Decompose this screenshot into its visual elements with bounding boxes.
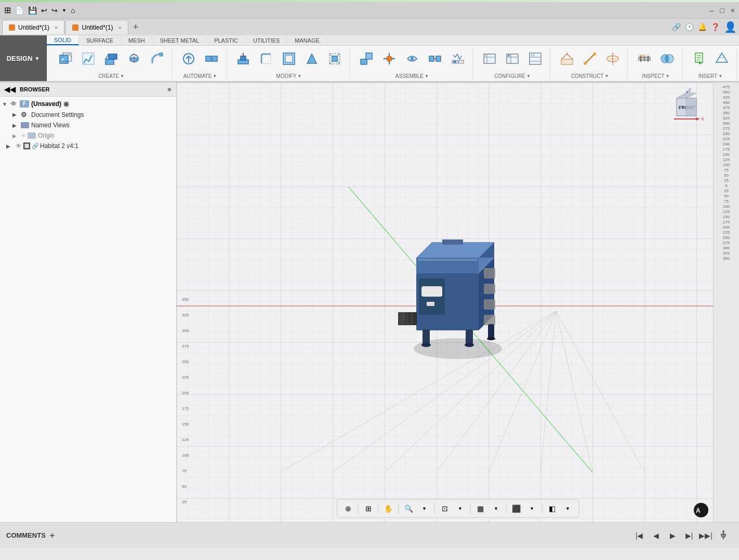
construct-btn-3[interactable]	[602, 48, 623, 70]
tab-plastic[interactable]: PLASTIC	[207, 35, 246, 45]
pan-button[interactable]: ✋	[382, 502, 395, 515]
extrude-button[interactable]	[101, 48, 122, 70]
construct-arrow-icon[interactable]: ▼	[604, 74, 609, 78]
motion-link-button[interactable]	[402, 48, 423, 70]
save-icon[interactable]: 💾	[28, 6, 37, 15]
new-component-button[interactable]: +	[55, 48, 76, 70]
grid-settings-button[interactable]: ▦	[474, 502, 487, 515]
doc-settings-expand-icon[interactable]: ▶	[12, 112, 21, 117]
origin-expand-icon[interactable]: ▶	[12, 133, 21, 139]
configure-arrow-icon[interactable]: ▼	[526, 74, 531, 78]
nav-next-button[interactable]: ▶|	[683, 529, 695, 542]
zoom-fit-dropdown-button[interactable]: ▼	[454, 502, 467, 515]
enable-contact-button[interactable]	[425, 48, 445, 70]
display-mode-dropdown-button[interactable]: ▼	[525, 502, 539, 515]
root-expand-icon[interactable]: ▼	[2, 101, 10, 107]
display-settings-button[interactable]: ⊞	[362, 502, 375, 515]
extension-icon[interactable]: 🔗	[672, 23, 681, 31]
tab-2[interactable]: Untitled*(1) ×	[65, 20, 128, 34]
origin-marker-button[interactable]: ⊕	[341, 502, 355, 515]
insert-derive-button[interactable]	[689, 48, 709, 70]
minimize-button[interactable]: –	[710, 6, 714, 15]
habitat-eye-icon[interactable]: 👁	[16, 142, 22, 150]
motion-study-button[interactable]	[447, 48, 468, 70]
tab-surface[interactable]: SURFACE	[79, 35, 121, 45]
shell-button[interactable]	[279, 48, 299, 70]
tree-root[interactable]: ▼ 👁 F (Unsaved) ◉	[0, 99, 176, 109]
tree-item-doc-settings[interactable]: ▶ ⚙ Document Settings	[0, 109, 176, 120]
help-icon[interactable]: ❓	[711, 23, 720, 31]
clock-icon[interactable]: 🕐	[685, 23, 694, 31]
tab-1[interactable]: Untitled*(1) ×	[2, 20, 64, 34]
construct-btn-1[interactable]	[557, 48, 577, 70]
apps-icon[interactable]: ⊞	[4, 5, 11, 15]
configure-btn-1[interactable]: T	[479, 48, 500, 70]
viewcube[interactable]: Z X FRONT	[666, 88, 708, 129]
draft-button[interactable]	[301, 48, 322, 70]
tab-manage[interactable]: MANAGE	[287, 35, 327, 45]
tree-item-named-views[interactable]: ▶ Named Views	[0, 120, 176, 130]
design-button[interactable]: DESIGN ▼	[0, 35, 47, 81]
automate-arrow-icon[interactable]: ▼	[213, 74, 217, 78]
joint-button[interactable]	[379, 48, 400, 70]
insert-arrow-icon[interactable]: ▼	[718, 74, 722, 78]
habitat-expand-icon[interactable]: ▶	[6, 143, 15, 149]
revolve-button[interactable]	[124, 48, 144, 70]
file-icon[interactable]: 📄	[15, 6, 24, 15]
nav-play-button[interactable]: ▶	[666, 529, 679, 542]
modify-arrow-icon[interactable]: ▼	[297, 74, 301, 78]
zoom-dropdown-button[interactable]: ▼	[418, 502, 431, 515]
named-views-expand-icon[interactable]: ▶	[12, 123, 21, 128]
tab-sheet-metal[interactable]: SHEET METAL	[153, 35, 207, 45]
root-status-icon[interactable]: ◉	[63, 100, 69, 108]
redo-icon[interactable]: ↪	[51, 6, 58, 15]
sweep-button[interactable]	[147, 48, 167, 70]
maximize-button[interactable]: □	[720, 6, 724, 15]
configure-btn-2[interactable]	[502, 48, 523, 70]
fillet-button[interactable]	[256, 48, 276, 70]
insert-mesh-button[interactable]	[711, 48, 732, 70]
tree-item-habitat[interactable]: ▶ 👁 🔲 🔗 Habitat 2 v4:1	[0, 141, 176, 151]
tab1-close[interactable]: ×	[55, 24, 58, 31]
root-eye-icon[interactable]: 👁	[10, 100, 20, 108]
browser-back-icon[interactable]: ◀◀	[4, 85, 16, 94]
display-mode-button[interactable]: ⬛	[510, 502, 523, 515]
tab2-close[interactable]: ×	[118, 24, 122, 31]
construct-btn-2[interactable]	[579, 48, 600, 70]
assemble-arrow-icon[interactable]: ▼	[425, 74, 429, 78]
assemble-btn-1[interactable]	[356, 48, 377, 70]
create-arrow-icon[interactable]: ▼	[120, 74, 124, 78]
zoom-fit-button[interactable]: ⊡	[438, 502, 452, 515]
interference-button[interactable]	[657, 48, 678, 70]
new-tab-button[interactable]: +	[129, 21, 142, 33]
inspect-arrow-icon[interactable]: ▼	[666, 74, 670, 78]
nav-last-button[interactable]: ▶▶|	[700, 529, 712, 542]
comments-add-icon[interactable]: +	[50, 531, 55, 540]
home-icon[interactable]: ⌂	[71, 6, 75, 15]
viewport[interactable]: 350 325 300 275 250 225 200 175 150 125 …	[177, 83, 739, 522]
zoom-in-button[interactable]: 🔍	[402, 502, 416, 515]
tab-mesh[interactable]: MESH	[121, 35, 153, 45]
tree-item-origin[interactable]: ▶ 👁 Origin	[0, 130, 176, 141]
create-sketch-button[interactable]	[78, 48, 99, 70]
profile-icon[interactable]: 👤	[724, 21, 737, 33]
nav-prev-button[interactable]: ◀	[650, 529, 662, 542]
comments-section[interactable]: COMMENTS +	[0, 531, 625, 540]
visual-style-dropdown-button[interactable]: ▼	[561, 502, 575, 515]
visual-style-button[interactable]: ◧	[546, 502, 559, 515]
scale-button[interactable]	[324, 48, 345, 70]
close-button[interactable]: ×	[731, 6, 735, 15]
browser-close-icon[interactable]: ●	[167, 85, 172, 94]
automate-button-1[interactable]	[178, 48, 199, 70]
origin-hidden-icon[interactable]: 👁	[21, 132, 27, 139]
undo-icon[interactable]: ↩	[41, 6, 47, 15]
press-pull-button[interactable]	[233, 48, 254, 70]
measure-button[interactable]: mm	[634, 48, 655, 70]
bell-icon[interactable]: 🔔	[698, 23, 707, 31]
tab-solid[interactable]: SOLID	[47, 35, 79, 45]
pin-button[interactable]	[716, 528, 731, 543]
nav-first-button[interactable]: |◀	[633, 529, 645, 542]
grid-dropdown-button[interactable]: ▼	[490, 502, 503, 515]
configure-btn-3[interactable]: A B	[525, 48, 546, 70]
undo-dropdown[interactable]: ▼	[62, 8, 67, 13]
